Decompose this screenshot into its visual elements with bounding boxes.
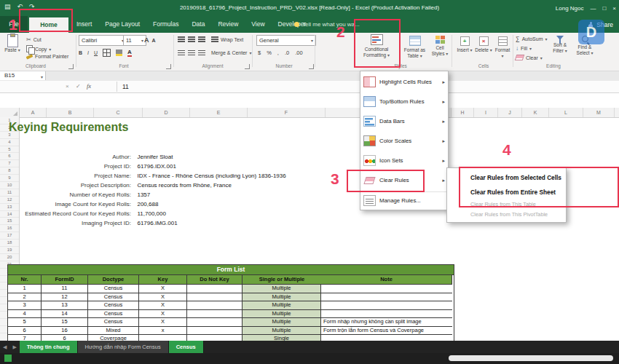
info-row[interactable]: Number of Keyed Rolls: 1357: [0, 186, 286, 196]
number-format-select[interactable]: General▾: [256, 35, 316, 46]
insert-cells-button[interactable]: + Insert ▾: [456, 36, 473, 53]
cell-formid[interactable]: 14: [42, 310, 88, 319]
column-header[interactable]: F: [248, 108, 326, 117]
cell-key[interactable]: X: [139, 310, 187, 319]
info-row[interactable]: Author: Jennifer Sloat: [0, 149, 286, 158]
fill-button[interactable]: ↓ Fill ▾: [516, 45, 532, 52]
font-color-icon[interactable]: A: [127, 50, 132, 57]
fill-color-icon[interactable]: [116, 50, 122, 56]
menu-item[interactable]: Top/Bottom Rules ▸: [360, 92, 448, 111]
sheet-nav-left-icon[interactable]: ◀: [0, 341, 9, 353]
font-dialog-launcher[interactable]: [166, 64, 171, 69]
autosum-button[interactable]: ∑ AutoSum ▾: [516, 36, 548, 42]
cell-formid[interactable]: 12: [42, 293, 88, 302]
submenu-item[interactable]: Clear Rules from Selected Cells: [447, 170, 566, 185]
ribbon-tab[interactable]: Review: [211, 16, 245, 33]
cell-nr[interactable]: 6: [8, 327, 42, 336]
restore-button[interactable]: □: [602, 5, 606, 12]
column-header[interactable]: J: [498, 108, 522, 117]
cell-formid[interactable]: 11: [42, 285, 88, 293]
column-header[interactable]: M: [583, 108, 615, 117]
cell-formid[interactable]: 13: [42, 301, 88, 310]
row-header[interactable]: 19: [0, 247, 19, 254]
cell-single-multiple[interactable]: Multiple: [243, 327, 321, 336]
row-header[interactable]: 4: [0, 139, 19, 146]
cell-doctype[interactable]: Mixed: [88, 327, 139, 336]
cell-key[interactable]: X: [139, 285, 187, 293]
cell-do-not-key[interactable]: [187, 301, 243, 310]
menu-item[interactable]: Data Bars ▸: [360, 111, 448, 131]
copy-button[interactable]: Copy ▾: [26, 45, 51, 52]
cell-key[interactable]: X: [139, 301, 187, 310]
form-list-header-cell[interactable]: Note: [321, 275, 452, 285]
align-center-icon[interactable]: [188, 50, 195, 56]
form-list-header-cell[interactable]: Do Not Key: [187, 275, 243, 285]
conditional-formatting-button[interactable]: Conditional Formatting ▾: [355, 34, 398, 58]
cell-formid[interactable]: 16: [42, 327, 88, 336]
form-list-header-cell[interactable]: Nr.: [8, 275, 42, 285]
form-list-header-cell[interactable]: Single or Multiple: [243, 275, 321, 285]
align-right-icon[interactable]: [198, 50, 205, 56]
cell-single-multiple[interactable]: Multiple: [243, 318, 321, 327]
align-middle-icon[interactable]: [188, 36, 195, 42]
number-dialog-launcher[interactable]: [309, 64, 314, 69]
save-icon[interactable]: ▤: [4, 3, 11, 10]
menu-item[interactable]: Manage Rules... ▸: [360, 191, 448, 209]
ribbon-tab[interactable]: Formulas: [146, 16, 185, 33]
align-left-icon[interactable]: [178, 50, 185, 56]
info-row[interactable]: Project ID: 61796.IDX.001: [0, 158, 286, 167]
cell-note[interactable]: [321, 301, 452, 310]
merge-center-button[interactable]: Merge & Center ▾: [211, 50, 251, 55]
cell-formid[interactable]: 15: [42, 318, 88, 327]
cell-doctype[interactable]: Census: [88, 310, 139, 319]
signed-in-user[interactable]: Long Ngoc: [556, 5, 584, 12]
sheet-tab[interactable]: Thông tin chung: [20, 341, 78, 353]
ribbon-tab[interactable]: View: [245, 16, 271, 33]
column-header[interactable]: H: [452, 108, 474, 117]
name-box[interactable]: B15 ▾: [0, 71, 46, 80]
close-button[interactable]: ×: [612, 5, 616, 12]
column-header[interactable]: A: [20, 108, 47, 117]
cell-do-not-key[interactable]: [187, 327, 243, 336]
cell-single-multiple[interactable]: Multiple: [243, 310, 321, 319]
format-as-table-button[interactable]: Format as Table ▾: [401, 36, 428, 59]
minimize-button[interactable]: —: [590, 5, 596, 12]
sort-filter-button[interactable]: Sort & Filter ▾: [549, 36, 571, 54]
decrease-decimal-icon[interactable]: .00: [295, 50, 302, 56]
cell-nr[interactable]: 5: [8, 318, 42, 327]
cell-doctype[interactable]: Census: [88, 285, 139, 293]
cell-do-not-key[interactable]: [187, 293, 243, 302]
cell-note[interactable]: Form trộn lẫn form Census và Coverpage: [321, 327, 452, 336]
sheet-tab[interactable]: Hướng dẫn nhập Form Census: [78, 341, 169, 353]
sheet-tab[interactable]: Census: [169, 341, 204, 353]
borders-icon[interactable]: [103, 49, 111, 57]
row-header[interactable]: 17: [0, 232, 19, 240]
underline-button[interactable]: U: [94, 50, 98, 55]
fx-icon[interactable]: fx: [87, 82, 91, 90]
form-list-header-cell[interactable]: Key: [139, 275, 187, 285]
cell-single-multiple[interactable]: Multiple: [243, 293, 321, 302]
cell-single-multiple[interactable]: Multiple: [243, 301, 321, 310]
cell-note[interactable]: [321, 293, 452, 302]
clipboard-dialog-launcher[interactable]: [68, 64, 74, 69]
alignment-dialog-launcher[interactable]: [245, 64, 250, 69]
shrink-font-button[interactable]: A: [152, 38, 156, 43]
currency-icon[interactable]: $: [258, 50, 261, 56]
select-all-corner[interactable]: [0, 108, 20, 117]
cell-nr[interactable]: 1: [8, 285, 42, 293]
tab-file[interactable]: File: [0, 16, 28, 33]
column-header[interactable]: N: [615, 108, 619, 117]
cell-note[interactable]: Form nhập nhưng không cần split image: [321, 318, 452, 327]
menu-item[interactable]: Icon Sets ▸: [360, 151, 448, 170]
cell-note[interactable]: [321, 310, 452, 319]
delete-cells-button[interactable]: × Delete ▾: [475, 36, 492, 53]
align-top-icon[interactable]: [178, 36, 185, 42]
info-row[interactable]: Imaging Project ID: 61796.IMG.001: [0, 215, 286, 224]
info-row[interactable]: Estimated Record Count for Keyed Rolls: …: [0, 205, 286, 215]
cell-do-not-key[interactable]: [187, 285, 243, 293]
format-cells-button[interactable]: Format ▾: [494, 36, 511, 59]
cell-nr[interactable]: 2: [8, 293, 42, 302]
submenu-item[interactable]: Clear Rules from This Table: [447, 199, 566, 210]
cell-styles-button[interactable]: Cell Styles ▾: [430, 36, 450, 57]
font-name-select[interactable]: Calibri▾: [79, 35, 127, 46]
